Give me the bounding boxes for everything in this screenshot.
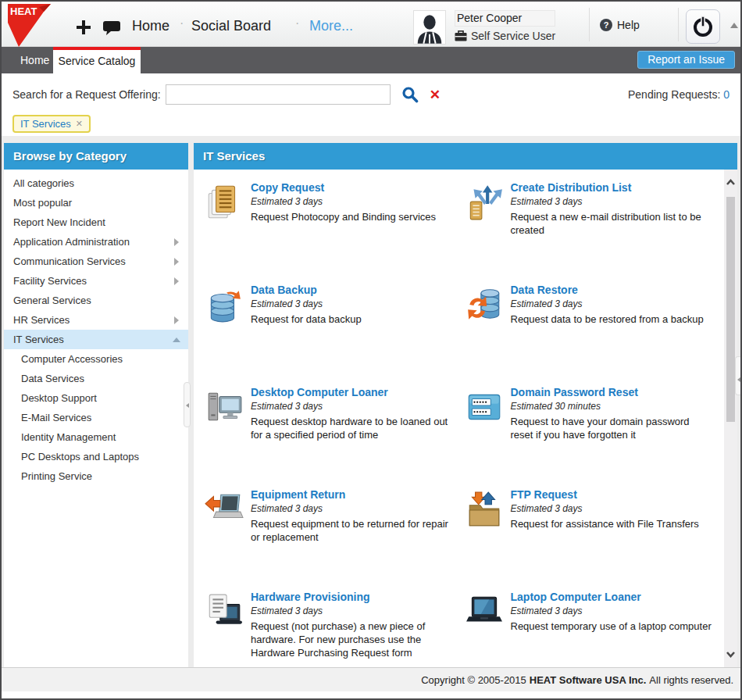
service-title-link[interactable]: Create Distribution List <box>511 181 712 194</box>
service-card[interactable]: Create Distribution List Estimated 3 day… <box>465 181 725 284</box>
search-label: Search for a Request Offering: <box>12 88 161 101</box>
nav-home-link[interactable]: Home <box>132 18 169 34</box>
svg-text:HEAT: HEAT <box>10 5 37 17</box>
chevron-icon <box>173 414 180 422</box>
scroll-up-icon[interactable] <box>726 178 736 186</box>
search-input[interactable] <box>166 84 391 105</box>
scrollbar[interactable] <box>724 170 737 667</box>
service-card[interactable]: Desktop Computer Loaner Estimated 3 days… <box>205 386 465 488</box>
sidebar-category-item[interactable]: Identity Management <box>4 427 188 447</box>
sidebar-category-item[interactable]: Application Administration <box>4 232 188 252</box>
sidebar-category-item[interactable]: All categories <box>4 173 188 193</box>
nav-social-board-link[interactable]: Social Board <box>191 18 271 34</box>
chevron-icon <box>173 434 180 441</box>
collapse-header-icon[interactable] <box>730 23 738 28</box>
service-description: Request for assistance with File Transfe… <box>511 518 699 531</box>
power-icon <box>691 15 715 38</box>
chevron-icon <box>173 277 180 285</box>
search-icon[interactable] <box>401 86 419 103</box>
service-description: Request (not purchase) a new piece of ha… <box>251 620 452 660</box>
header-divider <box>589 8 590 41</box>
user-name: Peter Cooper <box>455 10 555 27</box>
equipment-return-icon <box>205 490 244 529</box>
service-card[interactable]: Domain Password Reset Estimated 30 minut… <box>465 386 725 488</box>
nav-more-link[interactable]: More... <box>309 18 353 34</box>
service-card[interactable]: Hardware Provisioning Estimated 3 days R… <box>205 591 465 667</box>
sidebar-category-item[interactable]: Computer Accessories <box>4 349 188 369</box>
service-description: Request equipment to be returned for rep… <box>251 518 452 545</box>
service-title-link[interactable]: FTP Request <box>511 488 699 501</box>
service-title-link[interactable]: Domain Password Reset <box>511 386 712 398</box>
sidebar-category-item[interactable]: Printing Service <box>4 466 188 486</box>
service-title-link[interactable]: Data Restore <box>511 284 704 296</box>
service-estimate: Estimated 3 days <box>251 503 452 514</box>
service-card[interactable]: FTP Request Estimated 3 days Request for… <box>465 488 725 591</box>
service-title-link[interactable]: Equipment Return <box>251 488 452 501</box>
data-restore-icon <box>465 285 504 324</box>
chevron-icon <box>173 180 180 188</box>
service-card[interactable]: Copy Request Estimated 3 days Request Ph… <box>205 181 465 284</box>
add-icon[interactable] <box>77 20 91 34</box>
briefcase-icon <box>455 30 467 41</box>
service-estimate: Estimated 30 minutes <box>511 401 712 412</box>
service-card[interactable]: Data Backup Estimated 3 days Request for… <box>205 284 465 386</box>
collapse-panel-handle[interactable] <box>735 356 742 395</box>
nav-separator: · <box>295 16 299 30</box>
clear-search-icon[interactable]: ✕ <box>430 87 441 103</box>
report-an-issue-button[interactable]: Report an Issue <box>637 51 735 69</box>
remove-filter-icon[interactable]: ✕ <box>76 119 83 129</box>
content-area: Browse by Category All categories Most p… <box>2 136 740 667</box>
service-description: Request desktop hardware to be loaned ou… <box>251 416 452 442</box>
sidebar-category-item[interactable]: E-Mail Services <box>4 408 188 427</box>
service-title-link[interactable]: Copy Request <box>251 181 436 194</box>
sidebar-category-item[interactable]: Most popular <box>4 193 188 212</box>
sidebar-category-item[interactable]: Communication Services <box>4 252 188 271</box>
service-estimate: Estimated 3 days <box>251 605 452 616</box>
service-description: Request temporary use of a laptop comput… <box>511 620 712 634</box>
chevron-icon <box>173 199 180 207</box>
category-list: All categories Most popular Report New I… <box>4 170 188 486</box>
service-estimate: Estimated 3 days <box>511 503 699 514</box>
user-menu[interactable]: Peter Cooper Self Service User <box>413 10 555 45</box>
help-button[interactable]: ? Help <box>600 19 640 31</box>
sidebar-category-item[interactable]: IT Services <box>4 330 188 349</box>
service-card[interactable]: Laptop Computer Loaner Estimated 3 days … <box>465 591 725 667</box>
filter-chip-label: IT Services <box>20 118 71 130</box>
sidebar-category-item[interactable]: Data Services <box>4 369 188 388</box>
user-role: Self Service User <box>471 30 555 42</box>
sidebar-category-item[interactable]: HR Services <box>4 310 188 330</box>
heat-self-service-portal: HEAT Home · Social Board · More... Peter… <box>0 0 742 700</box>
service-title-link[interactable]: Data Backup <box>251 284 362 296</box>
tab-service-catalog[interactable]: Service Catalog <box>53 47 141 73</box>
service-estimate: Estimated 3 days <box>511 298 704 309</box>
sidebar-category-item[interactable]: PC Desktops and Laptops <box>4 447 188 466</box>
service-estimate: Estimated 3 days <box>251 196 436 207</box>
avatar <box>413 10 446 45</box>
scroll-down-icon[interactable] <box>726 651 736 659</box>
service-title-link[interactable]: Hardware Provisioning <box>251 591 452 603</box>
panel-title: IT Services <box>194 143 737 170</box>
sidebar-category-item[interactable]: Facility Services <box>4 271 188 291</box>
rights-text: All rights reserved. <box>649 674 733 686</box>
chevron-icon <box>173 473 180 480</box>
service-title-link[interactable]: Laptop Computer Loaner <box>511 591 712 603</box>
service-card[interactable]: Equipment Return Estimated 3 days Reques… <box>205 488 465 591</box>
distribution-list-icon <box>465 183 504 222</box>
service-title-link[interactable]: Desktop Computer Loaner <box>251 386 452 398</box>
data-backup-icon <box>205 285 244 324</box>
filter-chip-it-services[interactable]: IT Services ✕ <box>12 115 91 133</box>
logout-button[interactable] <box>686 9 720 44</box>
sidebar-category-item[interactable]: General Services <box>4 291 188 310</box>
chat-icon[interactable] <box>103 20 121 36</box>
pending-requests-count[interactable]: 0 <box>723 88 730 101</box>
sidebar-category-item[interactable]: Report New Incident <box>4 212 188 232</box>
footer: Copyright © 2005-2015 HEAT Software USA … <box>2 667 740 691</box>
scrollbar-thumb[interactable] <box>726 197 735 422</box>
chevron-icon <box>173 297 180 305</box>
service-card[interactable]: Data Restore Estimated 3 days Request da… <box>465 284 725 386</box>
collapse-sidebar-handle[interactable] <box>184 382 191 427</box>
password-reset-icon <box>465 388 504 427</box>
sidebar-category-item[interactable]: Desktop Support <box>4 388 188 408</box>
service-description: Request to have your domain password res… <box>511 416 712 442</box>
laptop-computer-icon <box>465 592 504 631</box>
